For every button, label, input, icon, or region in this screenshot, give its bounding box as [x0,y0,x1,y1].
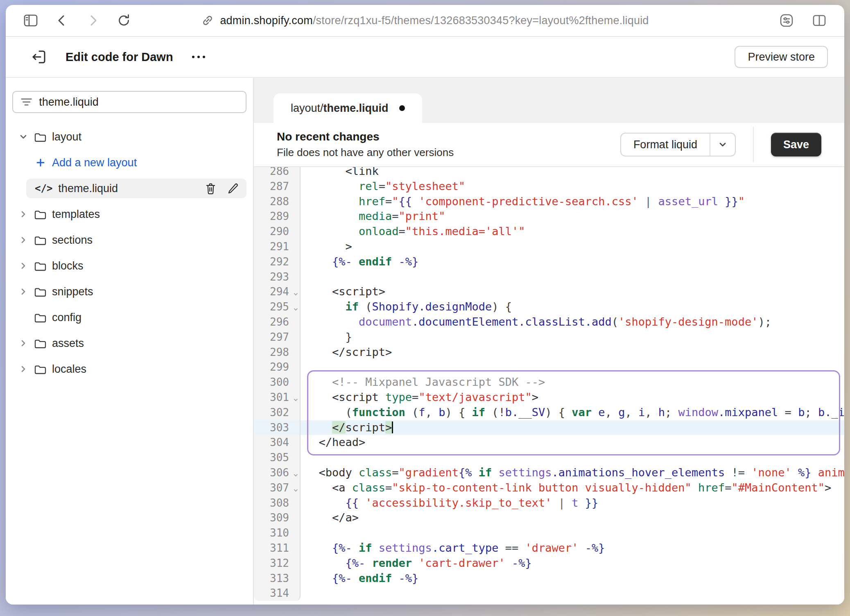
code-line-291[interactable]: 291 > [254,239,844,254]
fold-marker-icon[interactable]: › [288,473,303,477]
code-line-314[interactable]: 314 [254,586,844,601]
code-text[interactable]: href="{{ 'component-predictive-search.cs… [301,194,844,209]
code-line-290[interactable]: 290 onload="this.media='all'" [254,224,844,239]
code-text[interactable]: {%- endif -%} [301,254,844,270]
code-line-310[interactable]: 310 [254,525,844,541]
code-line-287[interactable]: 287 rel="stylesheet" [254,179,844,194]
more-actions-icon[interactable] [192,56,205,58]
chevron-right-icon[interactable] [18,338,29,349]
sidebar-item-locales[interactable]: locales [12,359,246,379]
save-button[interactable]: Save [771,133,821,156]
code-text[interactable]: {{ 'accessibility.skip_to_text' | t }} [301,496,844,511]
preview-store-button[interactable]: Preview store [735,46,828,68]
sidebar-item-theme-liquid[interactable]: </>theme.liquid [26,179,246,198]
code-text[interactable]: > [301,239,844,254]
code-line-312[interactable]: 312 {%- render 'cart-drawer' -%} [254,556,844,571]
code-text[interactable] [301,525,844,541]
code-text[interactable]: <script> [301,284,844,299]
sidebar-item-layout[interactable]: layout [12,127,246,147]
code-text[interactable] [301,270,844,285]
fold-marker-icon[interactable]: › [288,292,303,296]
split-view-icon[interactable] [808,9,830,32]
format-dropdown-button[interactable] [710,134,735,156]
code-text[interactable]: </script> [301,345,844,360]
sidebar-item-sections[interactable]: sections [12,230,246,250]
code-text[interactable]: if (Shopify.designMode) { [301,299,844,315]
code-text[interactable]: {%- render 'cart-drawer' -%} [301,556,844,571]
code-line-289[interactable]: 289 media="print" [254,209,844,224]
code-line-296[interactable]: 296 document.documentElement.classList.a… [254,315,844,330]
code-line-302[interactable]: 302 (function (f, b) { if (!b.__SV) { va… [254,405,844,420]
code-text[interactable]: <body class="gradient{% if settings.anim… [301,465,844,480]
code-line-288[interactable]: 288 href="{{ 'component-predictive-searc… [254,194,844,209]
code-text[interactable]: {%- endif -%} [301,571,844,586]
code-text[interactable]: (function (f, b) { if (!b.__SV) { var e,… [301,405,844,420]
sidebar-item-add-a-new-layout[interactable]: Add a new layout [26,153,246,172]
format-liquid-button[interactable]: Format liquid [620,133,736,156]
back-icon[interactable] [51,9,73,32]
code-line-286[interactable]: 286 <link [254,167,844,179]
code-line-298[interactable]: 298 </script> [254,345,844,360]
code-text[interactable]: media="print" [301,209,844,224]
code-text[interactable] [301,586,844,601]
chevron-right-icon[interactable] [18,364,29,374]
code-text[interactable]: </head> [301,435,844,450]
fold-marker-icon[interactable]: › [288,489,303,492]
browser-toolbar: admin.shopify.com/store/rzq1xu-f5/themes… [6,5,844,37]
line-number: 300 [254,375,301,390]
code-line-299[interactable]: 299 [254,360,844,375]
code-line-307[interactable]: 307› <a class="skip-to-content-link butt… [254,480,844,496]
file-search-box[interactable] [12,91,246,113]
code-text[interactable]: } [301,330,844,345]
code-line-304[interactable]: 304 </head> [254,435,844,450]
url-bar[interactable]: admin.shopify.com/store/rzq1xu-f5/themes… [201,14,649,27]
sidebar-item-assets[interactable]: assets [12,333,246,353]
exit-editor-icon[interactable] [29,47,48,67]
chevron-right-icon[interactable] [18,260,29,271]
code-text[interactable]: <link [301,167,844,179]
code-text[interactable]: </script> [301,420,844,435]
sidebar-item-snippets[interactable]: snippets [12,282,246,301]
code-text[interactable]: {%- if settings.cart_type == 'drawer' -%… [301,541,844,556]
sidebar-toggle-icon[interactable] [20,9,42,32]
code-line-305[interactable]: 305 [254,450,844,465]
tab-theme-liquid[interactable]: layout/theme.liquid [274,93,422,123]
code-line-295[interactable]: 295› if (Shopify.designMode) { [254,299,844,315]
code-text[interactable]: <a class="skip-to-content-link button vi… [301,480,844,496]
code-line-301[interactable]: 301› <script type="text/javascript"> [254,390,844,405]
sidebar-item-config[interactable]: config [12,308,246,327]
code-line-311[interactable]: 311 {%- if settings.cart_type == 'drawer… [254,541,844,556]
fold-marker-icon[interactable]: › [288,398,303,402]
code-text[interactable]: </a> [301,510,844,525]
page-settings-icon[interactable] [775,9,798,32]
rename-file-icon[interactable] [227,183,239,195]
code-line-293[interactable]: 293 [254,270,844,285]
code-editor[interactable]: 286 <link287 rel="stylesheet"288 href="{… [254,167,844,605]
code-line-294[interactable]: 294› <script> [254,284,844,299]
code-line-308[interactable]: 308 {{ 'accessibility.skip_to_text' | t … [254,496,844,511]
search-input[interactable] [39,96,238,109]
code-text[interactable]: <!-- Mixpanel Javascript SDK --> [301,375,844,390]
code-text[interactable]: onload="this.media='all'" [301,224,844,239]
code-text[interactable] [301,450,844,465]
code-text[interactable]: <script type="text/javascript"> [301,390,844,405]
fold-marker-icon[interactable]: › [288,308,303,311]
delete-file-icon[interactable] [205,182,217,195]
sidebar-item-templates[interactable]: templates [12,204,246,224]
code-line-300[interactable]: 300 <!-- Mixpanel Javascript SDK --> [254,375,844,390]
code-line-306[interactable]: 306› <body class="gradient{% if settings… [254,465,844,480]
code-line-303[interactable]: 303 </script> [254,420,844,435]
chevron-right-icon[interactable] [18,209,29,220]
code-line-313[interactable]: 313 {%- endif -%} [254,571,844,586]
reload-icon[interactable] [113,9,135,32]
chevron-right-icon[interactable] [18,235,29,245]
chevron-down-icon[interactable] [18,131,29,142]
chevron-right-icon[interactable] [18,286,29,297]
code-line-292[interactable]: 292 {%- endif -%} [254,254,844,270]
sidebar-item-blocks[interactable]: blocks [12,256,246,276]
code-line-297[interactable]: 297 } [254,330,844,345]
code-text[interactable]: document.documentElement.classList.add('… [301,315,844,330]
code-text[interactable]: rel="stylesheet" [301,179,844,194]
code-line-309[interactable]: 309 </a> [254,510,844,525]
code-text[interactable] [301,360,844,375]
